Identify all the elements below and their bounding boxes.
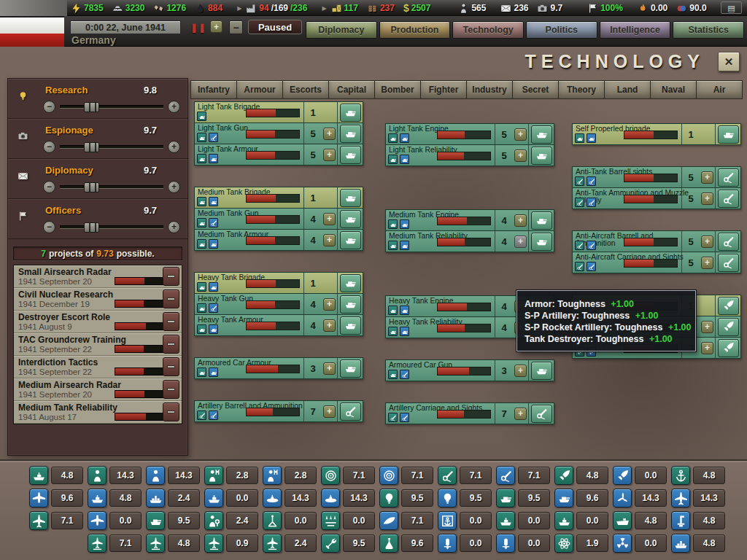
tech-tab-infantry[interactable]: Infantry	[190, 80, 237, 99]
add-research-button[interactable]: +	[514, 214, 527, 227]
tech-unit-button[interactable]	[528, 360, 554, 381]
add-research-button[interactable]: +	[514, 128, 527, 141]
theory-column: 14.32.49.54.8	[146, 466, 204, 553]
tech-unit-button[interactable]	[337, 123, 363, 144]
slider-plus-button[interactable]: +	[168, 181, 180, 193]
tank-icon	[401, 221, 409, 228]
project-cancel-button[interactable]	[163, 380, 179, 399]
add-research-button[interactable]: +	[323, 234, 336, 246]
slider-track[interactable]	[60, 225, 163, 229]
resource-crude-oil: 884	[195, 3, 222, 14]
message-log-button[interactable]: ▤	[721, 1, 742, 14]
tech-unit-button[interactable]	[528, 403, 554, 424]
tech-unit-button[interactable]	[337, 144, 363, 165]
tech-tab-escorts[interactable]: Escorts	[282, 80, 329, 99]
tech-unit-button[interactable]	[337, 401, 363, 421]
add-research-button[interactable]: +	[701, 192, 713, 205]
tech-progress	[246, 300, 300, 309]
menu-tab-technology[interactable]: Technology	[452, 21, 524, 39]
tech-unit-button[interactable]	[715, 167, 740, 187]
tech-tab-theory[interactable]: Theory	[558, 80, 605, 99]
slider-plus-button[interactable]: +	[168, 101, 180, 113]
slider-minus-button[interactable]: −	[43, 141, 55, 153]
slider-handle[interactable]	[84, 102, 99, 112]
tech-unit-button[interactable]	[715, 231, 740, 252]
tech-unit-button[interactable]	[715, 316, 740, 337]
tech-tab-land[interactable]: Land	[604, 80, 651, 99]
unit-chip	[587, 241, 596, 250]
slider-handle[interactable]	[84, 142, 99, 152]
speed-down-button[interactable]: −	[229, 20, 243, 34]
tech-tab-armour[interactable]: Armour	[236, 80, 283, 99]
tech-unit-button[interactable]	[337, 102, 363, 122]
add-research-button[interactable]: +	[323, 319, 336, 332]
project-cancel-button[interactable]	[163, 289, 179, 308]
anchor-icon	[674, 469, 688, 483]
tech-unit-button[interactable]	[715, 188, 740, 209]
tech-unit-button[interactable]	[715, 124, 740, 144]
tech-tab-bomber[interactable]: Bomber	[374, 80, 421, 99]
add-research-button[interactable]: +	[514, 365, 527, 377]
add-research-button[interactable]: +	[701, 342, 713, 354]
add-research-button[interactable]: +	[701, 321, 713, 333]
tech-tab-fighter[interactable]: Fighter	[420, 80, 467, 99]
tech-unit-button[interactable]	[337, 230, 363, 250]
menu-tab-intelligence[interactable]: Intelligence	[600, 21, 671, 39]
tech-unit-button[interactable]	[715, 295, 740, 316]
add-research-button[interactable]: +	[323, 362, 336, 375]
add-research-button[interactable]: +	[323, 149, 336, 161]
slider-minus-button[interactable]: −	[43, 181, 55, 193]
add-research-button[interactable]: +	[514, 149, 527, 162]
add-research-button[interactable]: +	[323, 128, 336, 140]
add-research-button[interactable]: +	[514, 236, 527, 248]
tech-row: Medium Tank Armour4+	[194, 229, 363, 251]
slider-minus-button[interactable]: −	[43, 221, 55, 233]
menu-tab-production[interactable]: Production	[379, 21, 451, 39]
plane-icon	[674, 491, 688, 505]
add-research-button[interactable]: +	[701, 236, 713, 248]
tech-unit-button[interactable]	[337, 187, 363, 208]
slider-minus-button[interactable]: −	[43, 101, 55, 113]
tech-unit-button[interactable]	[337, 209, 363, 229]
tech-unit-button[interactable]	[528, 145, 554, 166]
menu-tab-statistics[interactable]: Statistics	[673, 21, 744, 39]
tech-tab-capital[interactable]: Capital	[328, 80, 375, 99]
unit-chips	[388, 219, 409, 229]
tech-unit-button[interactable]	[528, 124, 554, 144]
add-research-button[interactable]: +	[323, 298, 336, 311]
slider-plus-button[interactable]: +	[168, 141, 180, 153]
speed-up-button[interactable]: +	[210, 20, 222, 33]
tech-unit-button[interactable]	[528, 210, 554, 230]
tech-tab-air[interactable]: Air	[696, 80, 743, 99]
tech-tab-industry[interactable]: Industry	[466, 80, 513, 99]
tech-unit-button[interactable]	[337, 358, 363, 378]
project-cancel-button[interactable]	[163, 357, 179, 376]
tech-tab-secret[interactable]: Secret	[512, 80, 559, 99]
add-research-button[interactable]: +	[701, 171, 713, 184]
tech-unit-button[interactable]	[528, 231, 554, 252]
tech-unit-button[interactable]	[337, 294, 363, 314]
menu-tab-diplomacy[interactable]: Diplomacy	[306, 21, 377, 39]
close-button[interactable]: ✕	[718, 52, 740, 71]
add-research-button[interactable]: +	[701, 257, 713, 269]
project-cancel-button[interactable]	[163, 402, 179, 421]
slider-track[interactable]	[60, 145, 163, 149]
project-cancel-button[interactable]	[163, 312, 179, 331]
tech-tab-naval[interactable]: Naval	[650, 80, 697, 99]
slider-track[interactable]	[60, 105, 163, 109]
slider-track[interactable]	[60, 185, 163, 189]
tech-unit-button[interactable]	[337, 315, 363, 335]
tech-unit-button[interactable]	[715, 252, 740, 273]
menu-tab-politics[interactable]: Politics	[526, 21, 597, 39]
project-cancel-button[interactable]	[163, 267, 179, 286]
slider-plus-button[interactable]: +	[168, 221, 180, 233]
add-research-button[interactable]: +	[514, 408, 527, 420]
slider-handle[interactable]	[84, 222, 99, 233]
add-research-button[interactable]: +	[323, 405, 336, 418]
project-cancel-button[interactable]	[163, 335, 179, 354]
add-research-button[interactable]: +	[323, 213, 336, 225]
slider-handle[interactable]	[84, 182, 99, 192]
tech-unit-button[interactable]	[337, 273, 363, 293]
tech-unit-button[interactable]	[715, 338, 740, 358]
rad-theory-chip	[613, 534, 632, 553]
